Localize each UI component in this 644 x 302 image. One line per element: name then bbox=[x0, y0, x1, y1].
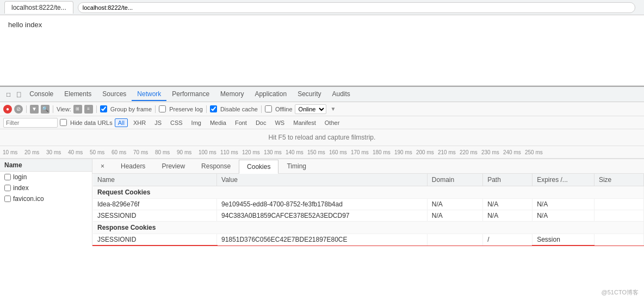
devtools-icon-mobile[interactable]: ⎕ bbox=[14, 89, 24, 100]
tick-150ms: 150 ms bbox=[307, 149, 329, 155]
tick-130ms: 130 ms bbox=[264, 149, 286, 155]
tab-network[interactable]: Network bbox=[132, 88, 166, 101]
table-row[interactable]: JSESSIONID 94C383A0B1859CAFCE378E52A3EDC… bbox=[93, 210, 644, 222]
tab-title: localhost:8222/te... bbox=[11, 4, 66, 11]
filter-type-all[interactable]: All bbox=[115, 118, 128, 127]
table-row[interactable]: Idea-8296e76f 9e109455-edd8-4700-8752-fe… bbox=[93, 199, 644, 210]
view-grid-btn[interactable]: ≡ bbox=[84, 105, 93, 114]
tick-200ms: 200 ms bbox=[416, 149, 438, 155]
col-header-domain: Domain bbox=[427, 174, 482, 186]
login-filename: login bbox=[13, 173, 27, 181]
list-item[interactable]: login bbox=[0, 172, 92, 183]
devtools-toolbar: ● ⊘ ▼ 🔍 View: ⊞ ≡ Group by frame Preserv… bbox=[0, 102, 644, 116]
browser-tab[interactable]: localhost:8222/te... bbox=[4, 1, 73, 14]
col-header-value: Value bbox=[217, 174, 428, 186]
cookie-name: JSESSIONID bbox=[93, 234, 217, 246]
preserve-log-checkbox[interactable] bbox=[159, 105, 166, 112]
cookie-expires-highlighted: 1.0 min bbox=[532, 246, 595, 246]
tick-70ms: 70 ms bbox=[133, 149, 155, 155]
tick-250ms: 250 ms bbox=[525, 149, 547, 155]
filmstrip-message: Hit F5 to reload and capture filmstrip. bbox=[0, 129, 644, 146]
tab-security[interactable]: Security bbox=[292, 88, 326, 101]
hide-data-urls-checkbox[interactable] bbox=[60, 119, 67, 126]
view-label: View: bbox=[57, 106, 71, 112]
tab-audits[interactable]: Audits bbox=[326, 88, 355, 101]
filter-input[interactable] bbox=[3, 118, 58, 128]
address-bar[interactable] bbox=[78, 2, 635, 13]
view-list-btn[interactable]: ⊞ bbox=[73, 105, 82, 114]
detail-tab-preview[interactable]: Preview bbox=[153, 159, 193, 173]
tab-elements[interactable]: Elements bbox=[59, 88, 97, 101]
tick-180ms: 180 ms bbox=[373, 149, 394, 155]
tick-220ms: 220 ms bbox=[460, 149, 481, 155]
list-item[interactable]: index bbox=[0, 183, 92, 193]
filter-type-img[interactable]: Img bbox=[188, 118, 205, 127]
tab-application[interactable]: Application bbox=[249, 88, 292, 101]
filter-type-js[interactable]: JS bbox=[151, 118, 165, 127]
toolbar-separator-2 bbox=[53, 105, 53, 113]
table-row: Response Cookies bbox=[93, 222, 644, 234]
toolbar-separator-1 bbox=[26, 105, 27, 113]
filter-button[interactable]: ▼ bbox=[30, 105, 39, 114]
toolbar-separator-4 bbox=[155, 105, 156, 113]
tab-memory[interactable]: Memory bbox=[215, 88, 249, 101]
file-list-header: Name bbox=[0, 159, 92, 172]
tick-110ms: 110 ms bbox=[220, 149, 242, 155]
table-row[interactable]: remember-me RVlaR1VpUmFXZWliWHJkbEN4TDZP… bbox=[93, 246, 644, 246]
table-row[interactable]: JSESSIONID 91851D376C056EC42E7BDE21897E8… bbox=[93, 234, 644, 246]
filter-type-other[interactable]: Other bbox=[321, 118, 343, 127]
tick-170ms: 170 ms bbox=[351, 149, 373, 155]
offline-checkbox[interactable] bbox=[265, 105, 272, 112]
tab-sources[interactable]: Sources bbox=[97, 88, 132, 101]
filter-bar: Hide data URLs All XHR JS CSS Img Media … bbox=[0, 116, 644, 129]
toolbar-separator-6 bbox=[261, 105, 262, 113]
file-list-panel: Name login index favicon.ico bbox=[0, 159, 92, 246]
search-button[interactable]: 🔍 bbox=[41, 105, 49, 114]
record-button[interactable]: ● bbox=[3, 105, 12, 114]
devtools-icon-inspect[interactable]: □ bbox=[3, 89, 14, 100]
online-select[interactable]: Online bbox=[295, 104, 326, 114]
list-item[interactable]: favicon.ico bbox=[0, 193, 92, 204]
filter-type-css[interactable]: CSS bbox=[167, 118, 186, 127]
timeline-ticks: 10 ms 20 ms 30 ms 40 ms 50 ms 60 ms 70 m… bbox=[0, 149, 549, 155]
table-header-row: Name Value Domain Path Expires /... Size bbox=[93, 174, 644, 186]
cookie-value: 91851D376C056EC42E7BDE21897E80CE bbox=[217, 234, 428, 246]
group-frame-checkbox[interactable] bbox=[100, 105, 107, 112]
cookie-expires: Session bbox=[532, 234, 595, 246]
filter-type-ws[interactable]: WS bbox=[271, 118, 288, 127]
detail-tab-response[interactable]: Response bbox=[193, 159, 239, 173]
cookie-name-remember-me: remember-me bbox=[93, 246, 217, 246]
cookie-size bbox=[594, 210, 643, 222]
detail-tab-timing[interactable]: Timing bbox=[278, 159, 314, 173]
tick-120ms: 120 ms bbox=[242, 149, 264, 155]
tab-performance[interactable]: Performance bbox=[166, 88, 215, 101]
hide-data-urls-label: Hide data URLs bbox=[70, 119, 113, 126]
detail-tab-headers[interactable]: Headers bbox=[113, 159, 153, 173]
tick-30ms: 30 ms bbox=[46, 149, 68, 155]
cookies-table: Name Value Domain Path Expires /... Size… bbox=[92, 174, 644, 246]
cookie-size bbox=[594, 199, 643, 210]
filter-type-manifest[interactable]: Manifest bbox=[290, 118, 319, 127]
detail-tabs-bar: × Headers Preview Response Cookies Timin… bbox=[92, 159, 644, 174]
filter-type-doc[interactable]: Doc bbox=[252, 118, 270, 127]
login-checkbox[interactable] bbox=[4, 174, 11, 180]
detail-tab-cookies[interactable]: Cookies bbox=[239, 160, 278, 174]
index-checkbox[interactable] bbox=[4, 185, 11, 191]
filter-type-xhr[interactable]: XHR bbox=[130, 118, 149, 127]
tick-240ms: 240 ms bbox=[503, 149, 525, 155]
disable-cache-checkbox[interactable] bbox=[210, 105, 217, 112]
tab-console[interactable]: Console bbox=[24, 88, 59, 101]
tick-60ms: 60 ms bbox=[112, 149, 133, 155]
cookie-path: / bbox=[483, 234, 532, 246]
cookie-size bbox=[594, 246, 643, 246]
cookie-name: JSESSIONID bbox=[93, 210, 217, 222]
favicon-checkbox[interactable] bbox=[4, 196, 11, 202]
detail-tab-close[interactable]: × bbox=[92, 159, 113, 173]
filter-type-media[interactable]: Media bbox=[207, 118, 230, 127]
table-row: Request Cookies bbox=[93, 186, 644, 199]
page-hello-text: hello index bbox=[8, 21, 42, 29]
filter-type-font[interactable]: Font bbox=[232, 118, 250, 127]
cookie-size bbox=[594, 234, 643, 246]
cookie-path: N/A bbox=[483, 199, 532, 210]
clear-button[interactable]: ⊘ bbox=[14, 105, 23, 114]
